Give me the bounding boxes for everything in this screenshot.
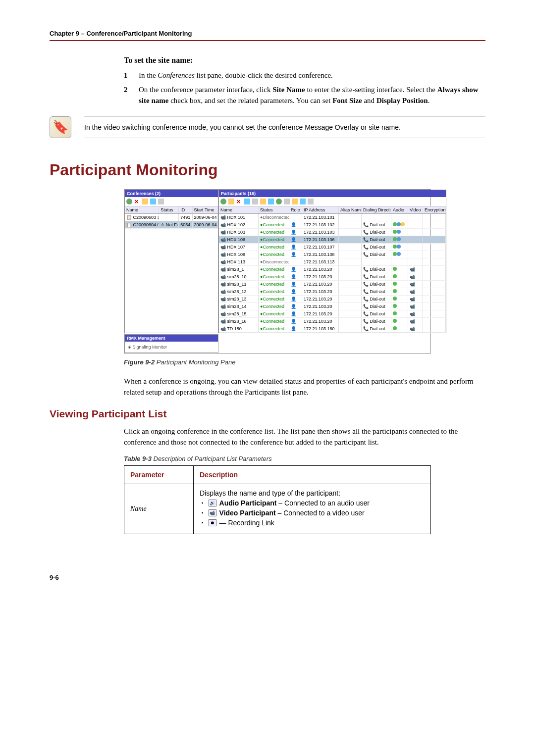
participant-row[interactable]: 📹 HDX 101●Disconnected172.21.103.101 — [219, 214, 446, 221]
after-figure-text: When a conference is ongoing, you can vi… — [124, 376, 485, 398]
rmx-item[interactable]: ◈ Signaling Monitor — [128, 345, 215, 350]
parameter-table: Parameter Description Name Displays the … — [124, 465, 431, 534]
audio-participant-icon: 🔊 — [209, 500, 216, 506]
participant-row[interactable]: 📹 HDX 108●Connected👤172.21.103.108📞 Dial… — [219, 251, 446, 258]
note-icon: 🔖 — [50, 116, 74, 141]
figure-screenshot: Conferences (2) ✕ Name Status ID Start T… — [124, 189, 485, 353]
participant-row[interactable]: 📹 sim28_1●Connected👤172.21.103.20📞 Dial-… — [219, 266, 446, 273]
delete-icon[interactable]: ✕ — [134, 199, 140, 204]
rmx-title: RMX Management — [125, 335, 218, 342]
rmx-pane: RMX Management ◈ Signaling Monitor — [124, 334, 218, 353]
tool-icon[interactable] — [276, 199, 282, 204]
header-rule — [50, 40, 485, 41]
tool-icon[interactable] — [308, 199, 314, 204]
conferences-pane: Conferences (2) ✕ Name Status ID Start T… — [124, 190, 218, 333]
participant-row[interactable]: 📹 sim28_13●Connected👤172.21.103.20📞 Dial… — [219, 296, 446, 303]
participant-row[interactable]: 📹 HDX 102●Connected👤172.21.103.102📞 Dial… — [219, 221, 446, 229]
conference-row[interactable]: 📋 C20090604 0⚠ Not Full60542009-06-04 1 — [125, 221, 218, 229]
tool-icon[interactable] — [158, 199, 164, 204]
tool-icon[interactable] — [150, 199, 156, 204]
note-block: 🔖 In the video switching conference mode… — [50, 116, 485, 141]
set-site-heading: To set the site name: — [124, 56, 485, 65]
step-number: 1 — [124, 70, 139, 81]
refresh-icon[interactable] — [126, 199, 132, 204]
tool-icon[interactable] — [292, 199, 298, 204]
figure-caption: Figure 9-2 Participant Monitoring Pane — [124, 358, 485, 366]
chapter-header: Chapter 9 – Conference/Participant Monit… — [50, 30, 485, 37]
param-name-cell: Name — [124, 484, 194, 534]
param-desc-cell: Displays the name and type of the partic… — [194, 484, 431, 534]
page-number: 9-6 — [50, 574, 485, 581]
viewing-list-heading: Viewing Participant List — [50, 408, 485, 420]
delete-icon[interactable]: ✕ — [236, 199, 242, 204]
participant-row[interactable]: 📹 HDX 107●Connected👤172.21.103.107📞 Dial… — [219, 244, 446, 251]
participant-row[interactable]: 📹 sim28_10●Connected👤172.21.103.20📞 Dial… — [219, 273, 446, 281]
participant-row[interactable]: 📹 sim28_14●Connected👤172.21.103.20📞 Dial… — [219, 303, 446, 310]
steps-list: 1 In the Conferences list pane, double-c… — [124, 70, 485, 106]
tool-icon[interactable] — [268, 199, 274, 204]
conference-header-row: Name Status ID Start Time — [125, 206, 218, 214]
note-text: In the video switching conference mode, … — [84, 116, 485, 138]
step-text: On the conference parameter interface, c… — [139, 84, 485, 106]
tool-icon[interactable] — [142, 199, 148, 204]
conference-row[interactable]: 📋 C20090603 174912009-06-04 1 — [125, 214, 218, 221]
tool-icon[interactable] — [228, 199, 234, 204]
participant-row[interactable]: 📹 sim28_15●Connected👤172.21.103.20📞 Dial… — [219, 310, 446, 318]
participant-row[interactable]: 📹 sim28_16●Connected👤172.21.103.20📞 Dial… — [219, 318, 446, 325]
table-caption: Table 9-3 Description of Participant Lis… — [124, 455, 485, 462]
step-number: 2 — [124, 84, 139, 106]
participants-toolbar: ✕ — [219, 197, 446, 206]
tool-icon[interactable] — [244, 199, 250, 204]
video-participant-icon: 📹 — [209, 509, 216, 516]
tool-icon[interactable] — [300, 199, 306, 204]
participant-monitoring-heading: Participant Monitoring — [50, 161, 485, 179]
step-text: In the Conferences list pane, double-cli… — [139, 70, 485, 81]
tool-icon[interactable] — [252, 199, 258, 204]
recording-link-icon: ⏺ — [209, 519, 216, 526]
participants-pane: Participants (16) ✕ Name — [218, 190, 446, 333]
participant-row[interactable]: 📹 HDX 106●Connected👤172.21.103.106📞 Dial… — [219, 236, 446, 244]
th-parameter: Parameter — [124, 465, 194, 484]
participants-pane-title: Participants (16) — [219, 190, 446, 197]
participant-row[interactable]: 📹 sim28_12●Connected👤172.21.103.20📞 Dial… — [219, 288, 446, 296]
conferences-pane-title: Conferences (2) — [125, 190, 218, 197]
participant-row[interactable]: 📹 TD 180●Connected👤172.21.103.180📞 Dial-… — [219, 325, 446, 333]
participant-row[interactable]: 📹 sim28_11●Connected👤172.21.103.20📞 Dial… — [219, 281, 446, 288]
tool-icon[interactable] — [284, 199, 290, 204]
viewing-list-text: Click an ongoing conference in the confe… — [124, 426, 485, 448]
participants-header-row: Name Status Role IP Address Alias Name D… — [219, 206, 446, 214]
th-description: Description — [194, 465, 431, 484]
add-icon[interactable] — [220, 199, 226, 204]
participant-row[interactable]: 📹 HDX 103●Connected👤172.21.103.103📞 Dial… — [219, 229, 446, 236]
participant-row[interactable]: 📹 HDX 113●Disconnected172.21.103.113 — [219, 258, 446, 266]
conferences-toolbar: ✕ — [125, 197, 218, 206]
tool-icon[interactable] — [260, 199, 266, 204]
